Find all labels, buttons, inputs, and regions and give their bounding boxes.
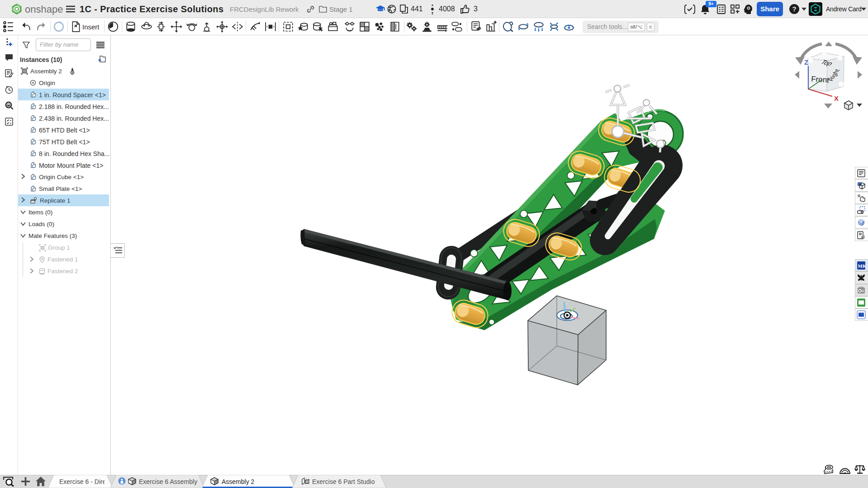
svg-text:x): x): [860, 234, 865, 240]
svg-text:X: X: [834, 95, 839, 102]
svg-text:MK: MK: [858, 263, 866, 269]
svg-text:Z: Z: [804, 58, 808, 66]
